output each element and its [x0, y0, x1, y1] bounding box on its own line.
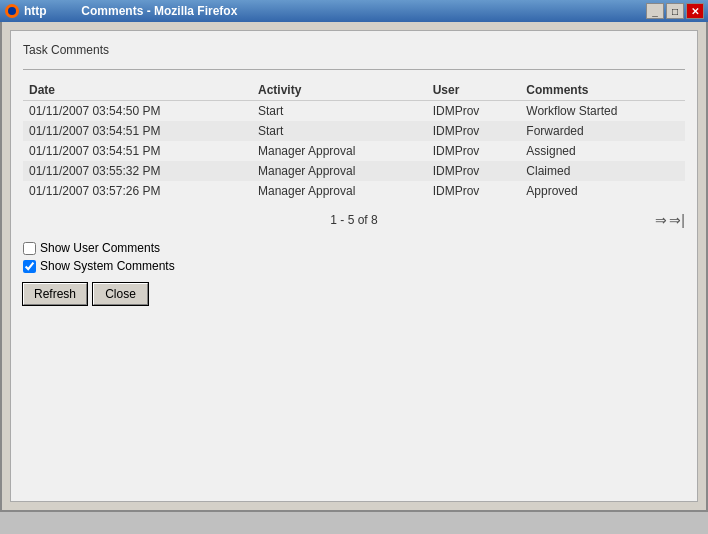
table-cell-4-0: 01/11/2007 03:57:26 PM: [23, 181, 252, 201]
close-window-button[interactable]: ✕: [686, 3, 704, 19]
titlebar-left: http Comments - Mozilla Firefox: [4, 3, 237, 19]
show-user-comments-row: Show User Comments: [23, 241, 685, 255]
titlebar-title: Comments - Mozilla Firefox: [81, 4, 237, 18]
table-cell-0-1: Start: [252, 101, 427, 122]
table-cell-1-3: Forwarded: [520, 121, 685, 141]
col-header-user: User: [427, 80, 521, 101]
show-system-comments-label: Show System Comments: [40, 259, 175, 273]
table-cell-0-2: IDMProv: [427, 101, 521, 122]
pagination-row: 1 - 5 of 8 ⇒ ⇒|: [23, 207, 685, 233]
table-row: 01/11/2007 03:57:26 PMManager ApprovalID…: [23, 181, 685, 201]
show-user-comments-label: Show User Comments: [40, 241, 160, 255]
table-row: 01/11/2007 03:54:51 PMStartIDMProvForwar…: [23, 121, 685, 141]
svg-point-1: [8, 7, 16, 15]
table-cell-1-1: Start: [252, 121, 427, 141]
titlebar: http Comments - Mozilla Firefox _ □ ✕: [0, 0, 708, 22]
firefox-icon: [4, 3, 20, 19]
table-cell-4-1: Manager Approval: [252, 181, 427, 201]
separator: [23, 69, 685, 70]
show-system-comments-row: Show System Comments: [23, 259, 685, 273]
show-system-comments-checkbox[interactable]: [23, 260, 36, 273]
buttons-section: Refresh Close: [23, 283, 685, 305]
table-cell-2-1: Manager Approval: [252, 141, 427, 161]
table-cell-4-2: IDMProv: [427, 181, 521, 201]
pagination-nav: ⇒ ⇒|: [655, 212, 685, 228]
table-cell-3-3: Claimed: [520, 161, 685, 181]
table-cell-3-1: Manager Approval: [252, 161, 427, 181]
last-page-arrow[interactable]: ⇒|: [669, 212, 685, 228]
maximize-button[interactable]: □: [666, 3, 684, 19]
panel-title: Task Comments: [23, 43, 685, 57]
table-cell-0-0: 01/11/2007 03:54:50 PM: [23, 101, 252, 122]
main-window: Task Comments Date Activity User Comment…: [0, 22, 708, 512]
table-cell-0-3: Workflow Started: [520, 101, 685, 122]
next-page-arrow[interactable]: ⇒: [655, 212, 667, 228]
table-cell-1-0: 01/11/2007 03:54:51 PM: [23, 121, 252, 141]
show-user-comments-checkbox[interactable]: [23, 242, 36, 255]
content-panel: Task Comments Date Activity User Comment…: [10, 30, 698, 502]
table-cell-3-0: 01/11/2007 03:55:32 PM: [23, 161, 252, 181]
col-header-activity: Activity: [252, 80, 427, 101]
table-cell-3-2: IDMProv: [427, 161, 521, 181]
titlebar-prefix: http: [24, 4, 47, 18]
col-header-comments: Comments: [520, 80, 685, 101]
pagination-text: 1 - 5 of 8: [330, 213, 377, 227]
table-cell-4-3: Approved: [520, 181, 685, 201]
table-cell-2-2: IDMProv: [427, 141, 521, 161]
table-cell-2-0: 01/11/2007 03:54:51 PM: [23, 141, 252, 161]
table-row: 01/11/2007 03:55:32 PMManager ApprovalID…: [23, 161, 685, 181]
table-row: 01/11/2007 03:54:51 PMManager ApprovalID…: [23, 141, 685, 161]
titlebar-buttons: _ □ ✕: [646, 3, 704, 19]
comments-table: Date Activity User Comments 01/11/2007 0…: [23, 80, 685, 201]
refresh-button[interactable]: Refresh: [23, 283, 87, 305]
col-header-date: Date: [23, 80, 252, 101]
close-button[interactable]: Close: [93, 283, 148, 305]
minimize-button[interactable]: _: [646, 3, 664, 19]
table-cell-1-2: IDMProv: [427, 121, 521, 141]
checkboxes-section: Show User Comments Show System Comments: [23, 241, 685, 273]
table-row: 01/11/2007 03:54:50 PMStartIDMProvWorkfl…: [23, 101, 685, 122]
table-cell-2-3: Assigned: [520, 141, 685, 161]
